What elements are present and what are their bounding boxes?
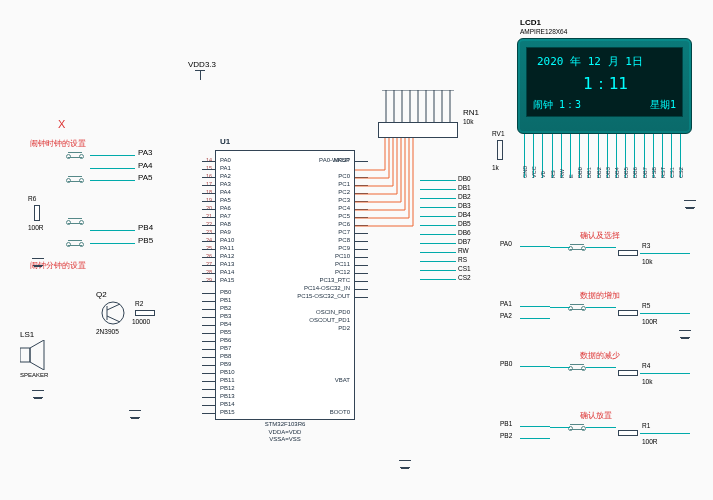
lcd-line1: 2020 年 12 月 1日 — [537, 54, 643, 69]
switch-min-2 — [68, 240, 82, 246]
rv1-ref: RV1 — [492, 130, 505, 137]
r6-val: 100R — [28, 224, 44, 231]
lcd-line3b: 星期1 — [650, 98, 676, 112]
switch-hour-1 — [68, 152, 82, 158]
r6-body — [34, 205, 40, 221]
mcu-u1: U1 PA0 14 PA1 15 PA2 16 PA3 17 PA4 18 PA… — [215, 150, 355, 420]
lcd-module: 2020 年 12 月 1日 1：11 闹钟 1：3 星期1 — [517, 38, 692, 134]
r2-ref: R2 — [135, 300, 143, 307]
r2-val: 10000 — [132, 318, 150, 325]
rn1-val: 10k — [463, 118, 473, 125]
speaker — [20, 340, 54, 371]
lcd-ref: LCD1 — [520, 18, 541, 27]
rv1-val: 1k — [492, 164, 499, 171]
r2-body — [135, 310, 155, 316]
x-marker: X — [58, 118, 65, 130]
pc-bus — [355, 120, 475, 250]
svg-line-3 — [107, 316, 120, 322]
u1-ref: U1 — [220, 137, 230, 146]
lcd-part: AMPIRE128X64 — [520, 28, 567, 35]
rn-stubs — [378, 90, 458, 122]
transistor-q2 — [100, 300, 126, 327]
svg-point-0 — [102, 302, 124, 324]
lcd-line2: 1：11 — [583, 74, 628, 95]
ls1-ref: LS1 — [20, 330, 34, 339]
rn1 — [378, 122, 458, 138]
rv1-body — [497, 140, 503, 160]
svg-line-2 — [107, 304, 120, 310]
vdd-label: VDD3.3 — [188, 60, 216, 69]
label-hour-set: 闹钟时钟的设置 — [30, 138, 86, 149]
q2-part: 2N3905 — [96, 328, 119, 335]
rn1-ref: RN1 — [463, 108, 479, 117]
lcd-line3a: 闹钟 1：3 — [533, 98, 581, 112]
switch-min-1 — [68, 218, 82, 224]
schematic-canvas: VDD3.3 X 闹钟时钟的设置 闹钟分钟的设置 PA3 PA4 PA5 PB4… — [0, 0, 713, 500]
r6-ref: R6 — [28, 195, 36, 202]
switch-hour-2 — [68, 176, 82, 182]
q2-ref: Q2 — [96, 290, 107, 299]
ls1-name: SPEAKER — [20, 372, 48, 378]
